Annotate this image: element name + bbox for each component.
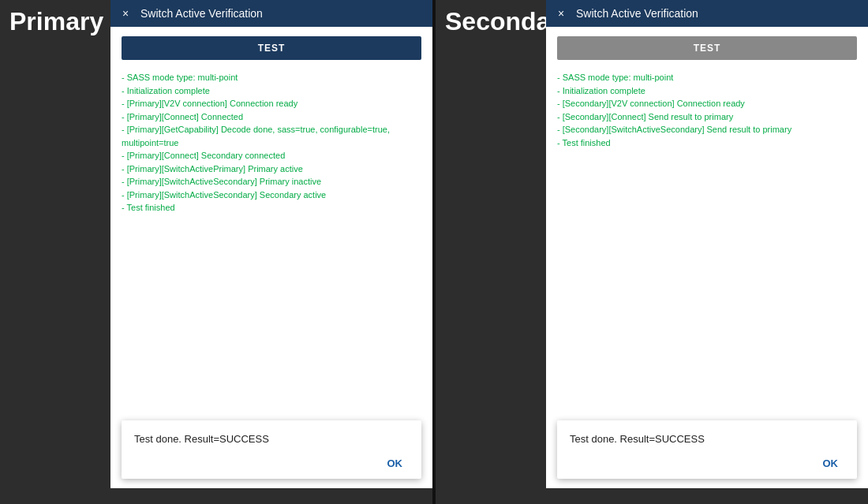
secondary-topbar: × Switch Active Verification <box>546 0 868 27</box>
log-item: - Test finished <box>122 201 421 215</box>
secondary-label-col: Secondary <box>436 0 546 504</box>
left-panel: Primary × Switch Active Verification TES… <box>0 0 432 504</box>
secondary-phone-bottom <box>546 488 868 504</box>
primary-log-area: - SASS mode type: multi-point - Initiali… <box>110 66 432 414</box>
log-item: - SASS mode type: multi-point <box>557 71 857 84</box>
secondary-dialog-message: Test done. Result=SUCCESS <box>570 433 844 445</box>
primary-test-button[interactable]: TEST <box>122 36 421 60</box>
log-item: - SASS mode type: multi-point <box>122 71 421 84</box>
log-item: - [Primary][SwitchActivePrimary] Primary… <box>122 162 421 176</box>
secondary-topbar-title: Switch Active Verification <box>576 7 698 20</box>
log-item: - Test finished <box>557 136 857 150</box>
secondary-log-area: - SASS mode type: multi-point - Initiali… <box>546 66 868 414</box>
primary-topbar: × Switch Active Verification <box>110 0 432 27</box>
primary-phone-bottom <box>110 488 432 504</box>
secondary-test-button: TEST <box>557 36 857 60</box>
primary-test-btn-area: TEST <box>110 27 432 66</box>
log-item: - [Secondary][V2V connection] Connection… <box>557 97 857 110</box>
primary-topbar-title: Switch Active Verification <box>140 7 263 20</box>
primary-phone: × Switch Active Verification TEST - SASS… <box>110 0 432 504</box>
primary-close-button[interactable]: × <box>118 6 133 21</box>
log-item: - [Primary][GetCapability] Decode done, … <box>122 123 421 149</box>
secondary-phone-body: TEST - SASS mode type: multi-point - Ini… <box>546 27 868 488</box>
log-item: - Initialization complete <box>122 84 421 98</box>
log-item: - [Secondary][Connect] Send result to pr… <box>557 110 857 124</box>
primary-dialog-ok-button[interactable]: OK <box>381 454 410 472</box>
log-item: - [Secondary][SwitchActiveSecondary] Sen… <box>557 123 857 136</box>
secondary-phone: × Switch Active Verification TEST - SASS… <box>546 0 868 504</box>
log-item: - [Primary][SwitchActiveSecondary] Prima… <box>122 175 421 189</box>
log-item: - [Primary][Connect] Connected <box>122 110 421 124</box>
log-item: - [Primary][V2V connection] Connection r… <box>122 97 421 110</box>
primary-dialog: Test done. Result=SUCCESS OK <box>122 420 421 479</box>
primary-label: Primary <box>9 8 103 35</box>
log-item: - [Primary][SwitchActiveSecondary] Secon… <box>122 189 421 202</box>
primary-dialog-actions: OK <box>134 454 409 472</box>
secondary-dialog: Test done. Result=SUCCESS OK <box>557 420 857 479</box>
secondary-dialog-ok-button[interactable]: OK <box>817 454 845 472</box>
secondary-dialog-actions: OK <box>570 454 844 472</box>
secondary-test-btn-area: TEST <box>546 27 868 66</box>
secondary-close-button[interactable]: × <box>554 6 568 21</box>
log-item: - [Primary][Connect] Secondary connected <box>122 149 421 162</box>
primary-label-col: Primary <box>0 0 110 504</box>
log-item: - Initialization complete <box>557 84 857 98</box>
right-panel: Secondary × Switch Active Verification T… <box>436 0 868 504</box>
primary-dialog-message: Test done. Result=SUCCESS <box>134 433 409 445</box>
primary-phone-body: TEST - SASS mode type: multi-point - Ini… <box>110 27 432 488</box>
